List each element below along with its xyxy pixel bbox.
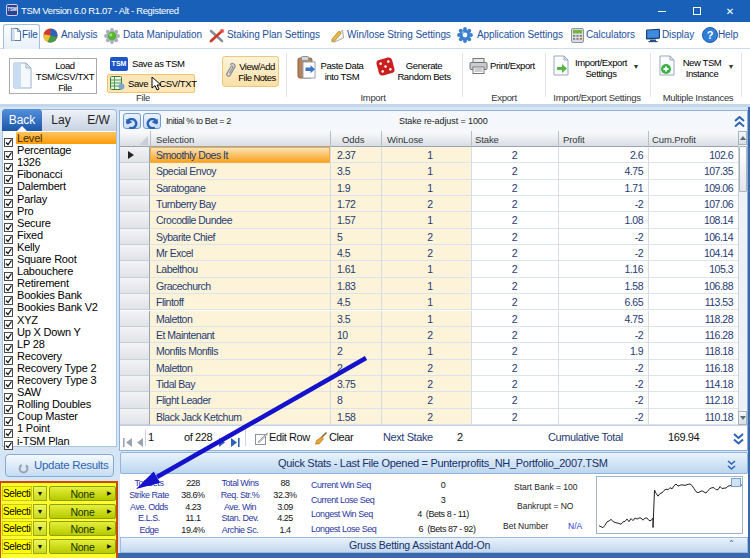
svg-text:?: ?	[707, 29, 714, 41]
